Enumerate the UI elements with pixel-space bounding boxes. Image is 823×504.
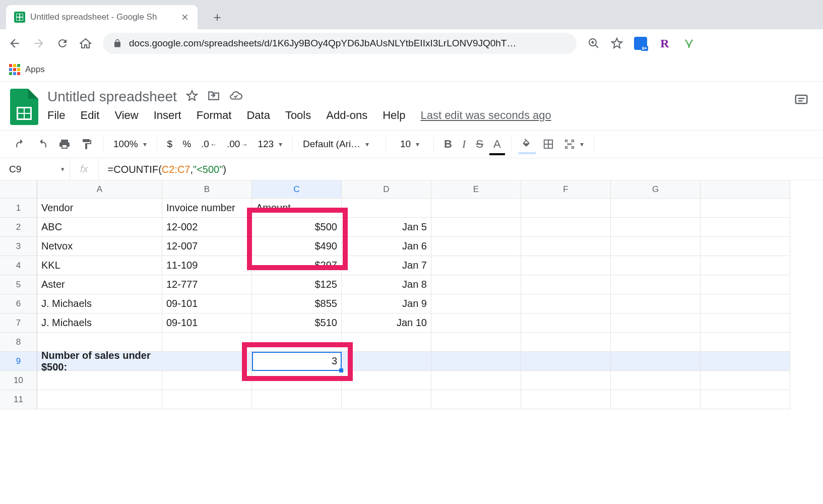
col-header-f[interactable]: F [521,180,611,199]
cell-c4[interactable]: $297 [252,256,342,275]
row-header[interactable]: 8 [0,333,37,352]
cell[interactable] [162,371,252,390]
cell-d5[interactable]: Jan 8 [342,275,431,294]
cell-b2[interactable]: 12-002 [162,218,252,237]
cell-d3[interactable]: Jan 6 [342,237,431,256]
cell-a5[interactable]: Aster [37,275,162,294]
col-header-g[interactable]: G [611,180,701,199]
zoom-icon[interactable] [588,37,600,49]
cell[interactable] [611,352,701,371]
menu-data[interactable]: Data [246,109,270,122]
menu-file[interactable]: File [47,109,65,122]
url-box[interactable]: docs.google.com/spreadsheets/d/1K6Jy9BOy… [103,33,577,54]
cell[interactable] [431,199,521,218]
col-header-blank[interactable] [701,180,790,199]
close-icon[interactable] [180,13,189,22]
cell-d1[interactable] [342,199,431,218]
forward-button[interactable] [32,37,45,50]
print-button[interactable] [54,135,75,153]
cell-c3[interactable]: $490 [252,237,342,256]
cell-b1[interactable]: Invoice number [162,199,252,218]
menu-view[interactable]: View [114,109,138,122]
font-size-dropdown[interactable]: 10 [392,136,427,153]
cell-c9[interactable]: 3 [252,352,342,371]
cell[interactable] [521,237,611,256]
cell[interactable] [701,371,790,390]
cell[interactable] [611,390,701,409]
decrease-decimal-button[interactable]: .0← [197,136,221,153]
cell[interactable] [252,333,342,352]
cell[interactable] [431,390,521,409]
cell-b9[interactable] [162,352,252,371]
text-color-button[interactable]: A [489,135,505,154]
cell[interactable] [431,371,521,390]
cell[interactable] [37,390,162,409]
cell-c2[interactable]: $500 [252,218,342,237]
cell[interactable] [431,275,521,294]
menu-addons[interactable]: Add-ons [326,109,367,122]
cell-c7[interactable]: $510 [252,313,342,333]
cell[interactable] [611,256,701,275]
cell[interactable] [521,352,611,371]
cell[interactable] [521,218,611,237]
move-icon[interactable] [207,89,220,104]
cell[interactable] [611,275,701,294]
cell-a2[interactable]: ABC [37,218,162,237]
cell[interactable] [431,313,521,333]
cell-b4[interactable]: 11-109 [162,256,252,275]
row-header[interactable]: 2 [0,218,37,237]
cell[interactable] [701,333,790,352]
extension-y-icon[interactable] [682,37,695,50]
cell[interactable] [431,294,521,313]
cell[interactable] [431,237,521,256]
cell[interactable] [611,371,701,390]
strikethrough-button[interactable]: S [472,135,487,154]
row-header[interactable]: 5 [0,275,37,294]
merge-button[interactable] [560,136,588,153]
cell[interactable] [162,390,252,409]
cell[interactable] [611,237,701,256]
cell[interactable] [431,352,521,371]
cell[interactable] [342,333,431,352]
cell-b3[interactable]: 12-007 [162,237,252,256]
sheets-logo[interactable] [10,89,38,125]
extension-icon[interactable]: 9+ [634,37,647,50]
cell[interactable] [162,333,252,352]
cell[interactable] [431,218,521,237]
cell[interactable] [611,333,701,352]
cell-d2[interactable]: Jan 5 [342,218,431,237]
row-header[interactable]: 1 [0,199,37,218]
comments-button[interactable] [790,89,813,125]
cell[interactable] [431,333,521,352]
number-format-dropdown[interactable]: 123 [254,136,286,153]
cell[interactable] [701,313,790,333]
col-header-a[interactable]: A [37,180,162,199]
cell[interactable] [521,256,611,275]
fill-color-button[interactable] [518,136,537,153]
back-button[interactable] [8,37,21,50]
home-button[interactable] [80,37,92,49]
new-tab-button[interactable]: + [208,8,227,27]
menu-tools[interactable]: Tools [285,109,311,122]
menu-edit[interactable]: Edit [80,109,99,122]
redo-button[interactable] [32,135,52,153]
cell-d6[interactable]: Jan 9 [342,294,431,313]
cell[interactable] [701,218,790,237]
cell[interactable] [701,199,790,218]
apps-icon[interactable] [9,64,20,75]
cell-c5[interactable]: $125 [252,275,342,294]
cell[interactable] [611,218,701,237]
currency-button[interactable]: $ [163,136,177,153]
col-header-c[interactable]: C [252,180,342,199]
apps-label[interactable]: Apps [25,65,45,75]
cell[interactable] [701,294,790,313]
cloud-status-icon[interactable] [229,89,242,104]
cell[interactable] [521,390,611,409]
cell-a4[interactable]: KKL [37,256,162,275]
cell[interactable] [701,352,790,371]
cell-b6[interactable]: 09-101 [162,294,252,313]
row-header[interactable]: 7 [0,313,37,333]
cell-a1[interactable]: Vendor [37,199,162,218]
cell[interactable] [252,390,342,409]
paint-format-button[interactable] [77,135,97,153]
